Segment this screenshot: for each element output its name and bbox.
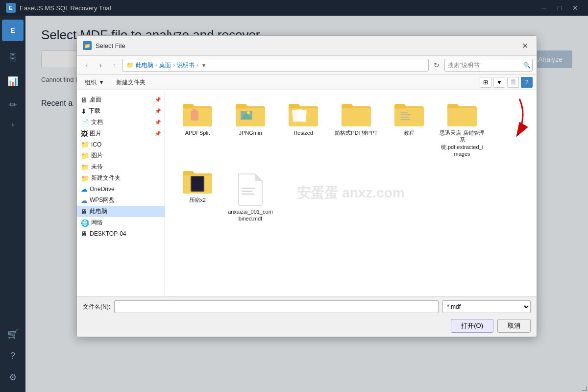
pin-icon: 📌 <box>155 120 161 125</box>
onedrive-icon: ☁ <box>81 185 88 193</box>
pin-icon: 📌 <box>155 131 161 136</box>
list-item[interactable]: JPNGmin <box>226 98 275 161</box>
breadcrumb-icon: 📁 <box>126 62 134 69</box>
list-item[interactable]: 教程 <box>385 98 434 161</box>
tree-item-wps[interactable]: ☁ WPS网盘 <box>77 195 165 206</box>
folder-icon <box>182 169 213 195</box>
newfolder-icon: 📁 <box>81 174 89 182</box>
sidebar-item-db[interactable]: 🗄 <box>2 47 24 69</box>
tree-item-pictures[interactable]: 📁 图片 <box>77 150 165 161</box>
dialog-footer-actions: 打开(O) 取消 <box>77 317 537 337</box>
dialog-nav-bar: ‹ › ↑ 📁 此电脑 › 桌面 › 说明书 › ▼ ↻ <box>77 56 537 75</box>
svg-rect-14 <box>192 177 203 191</box>
folder-icon <box>235 102 266 127</box>
search-icon: 🔍 <box>523 62 531 69</box>
tree-item-onedrive[interactable]: ☁ OneDrive <box>77 184 165 195</box>
view-grid-button[interactable]: ⊞ <box>480 77 491 88</box>
folder-icon <box>446 102 478 127</box>
tree-item-unpublished[interactable]: 📁 未传 <box>77 161 165 172</box>
svg-rect-8 <box>296 109 307 122</box>
toolbar-left: 组织 ▼ 新建文件夹 <box>81 77 149 88</box>
organize-dropdown-icon: ▼ <box>98 79 104 86</box>
svg-rect-1 <box>191 111 198 121</box>
maximize-button[interactable]: □ <box>553 3 566 13</box>
tree-item-newfolder[interactable]: 📁 新建文件夹 <box>77 172 165 184</box>
file-label: 压缩x2 <box>189 196 206 203</box>
help-icon: ? <box>10 351 15 361</box>
open-button[interactable]: 打开(O) <box>451 319 493 333</box>
file-label: 思迅天店 店铺管理系统.pdf.extracted_images <box>440 129 485 157</box>
new-folder-button[interactable]: 新建文件夹 <box>112 77 149 88</box>
sidebar-expand-arrow[interactable]: › <box>2 118 24 131</box>
list-item[interactable]: APDFSplit <box>173 98 222 161</box>
thispc-icon: 🖥 <box>81 208 88 216</box>
svg-rect-15 <box>242 188 255 189</box>
pictures-icon: 📁 <box>81 152 89 160</box>
filetype-select[interactable]: *.mdf <box>442 300 531 313</box>
tree-item-ico[interactable]: 📁 ICO <box>77 139 165 150</box>
edit-icon: ✏ <box>9 99 17 110</box>
pictures-pin-icon: 🖼 <box>81 130 88 138</box>
list-item[interactable]: 简格式PDF转PPT <box>332 98 381 161</box>
sidebar-item-edit[interactable]: ✏ <box>2 94 24 116</box>
folder-icon <box>288 102 319 127</box>
minimize-button[interactable]: ─ <box>537 3 551 13</box>
up-button[interactable]: ↑ <box>108 59 120 71</box>
tree-item-desktop04[interactable]: 🖥 DESKTOP-04 <box>77 228 165 239</box>
title-bar-controls: ─ □ ✕ <box>537 3 582 13</box>
dialog-close-button[interactable]: ✕ <box>519 40 531 51</box>
list-item[interactable]: Resized <box>279 98 328 161</box>
settings-icon: ⚙ <box>9 372 17 383</box>
file-label: JPNGmin <box>239 129 262 136</box>
tree-item-thispc[interactable]: 🖥 此电脑 <box>77 206 165 217</box>
tree-item-downloads[interactable]: ⬇ 下载 📌 <box>77 105 165 117</box>
search-input[interactable] <box>448 62 521 69</box>
db-icon: 🗄 <box>8 53 17 63</box>
list-item[interactable]: anxaizai_001_combined.mdf <box>226 169 275 226</box>
breadcrumb: 📁 此电脑 › 桌面 › 说明书 › ▼ <box>122 59 429 72</box>
close-button[interactable]: ✕ <box>568 3 582 13</box>
svg-rect-10 <box>400 114 411 115</box>
search-box[interactable]: 🔍 <box>444 59 533 72</box>
folder-icon <box>341 102 372 127</box>
breadcrumb-desktop[interactable]: 桌面 <box>159 61 171 70</box>
refresh-button[interactable]: ↻ <box>431 59 442 71</box>
unpublished-icon: 📁 <box>81 163 89 171</box>
file-grid: 安蛋蛋 anxz.com <box>165 90 537 296</box>
filename-input[interactable] <box>114 300 439 313</box>
view-detail-button[interactable]: ☰ <box>507 77 519 88</box>
tree-item-network[interactable]: 🌐 网络 <box>77 217 165 228</box>
organize-button[interactable]: 组织 ▼ <box>81 77 108 88</box>
sidebar-item-analytics[interactable]: 📊 <box>2 71 24 92</box>
folder-icon <box>182 102 213 127</box>
breadcrumb-manual[interactable]: 说明书 <box>177 61 195 70</box>
title-bar-left: E EaseUS MS SQL Recovery Trial <box>6 3 111 13</box>
sidebar-item-help[interactable]: ? <box>2 345 24 367</box>
cart-icon: 🛒 <box>7 329 18 340</box>
file-label: anxaizai_001_combined.mdf <box>228 208 273 222</box>
view-help-button[interactable]: ? <box>521 77 533 88</box>
back-button[interactable]: ‹ <box>81 59 93 71</box>
dialog-overlay: 📁 Select File ✕ ‹ › ↑ 📁 此电脑 › 桌面 › <box>25 16 588 392</box>
tree-item-desktop[interactable]: 🖥 桌面 📌 <box>77 94 165 105</box>
view-dropdown-button[interactable]: ▼ <box>493 77 505 88</box>
tree-item-documents[interactable]: 📄 文档 📌 <box>77 117 165 128</box>
svg-rect-9 <box>400 112 408 113</box>
list-item[interactable]: 思迅天店 店铺管理系统.pdf.extracted_images <box>438 98 487 161</box>
dialog-footer: 文件名(N): *.mdf <box>77 296 537 317</box>
ico-icon: 📁 <box>81 141 89 148</box>
file-label: 教程 <box>404 129 415 136</box>
cancel-button[interactable]: 取消 <box>497 319 531 333</box>
sidebar-logo: E <box>2 20 24 41</box>
forward-button[interactable]: › <box>95 59 106 71</box>
wps-icon: ☁ <box>81 196 88 204</box>
list-item[interactable]: 压缩x2 <box>173 165 222 226</box>
title-bar: E EaseUS MS SQL Recovery Trial ─ □ ✕ <box>0 0 588 16</box>
tree-item-pictures-pin[interactable]: 🖼 图片 📌 <box>77 128 165 139</box>
breadcrumb-thispc[interactable]: 此电脑 <box>136 61 153 70</box>
sidebar-item-settings[interactable]: ⚙ <box>2 367 24 388</box>
file-label: APDFSplit <box>185 129 210 136</box>
mdf-file-icon <box>237 173 264 206</box>
breadcrumb-dropdown[interactable]: ▼ <box>201 63 206 68</box>
sidebar-item-cart[interactable]: 🛒 <box>2 323 24 345</box>
